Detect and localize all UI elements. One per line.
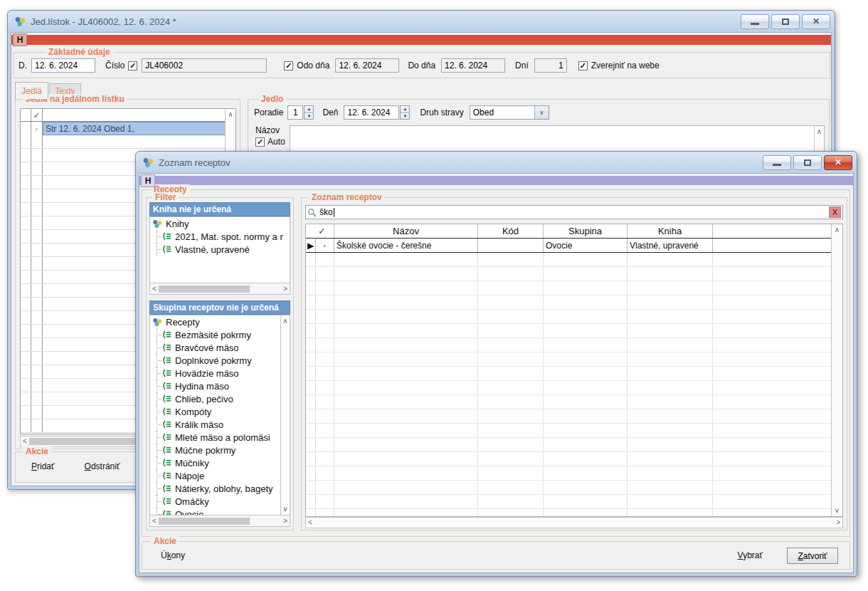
book-icon <box>162 407 173 416</box>
scroll-up-icon[interactable]: ∧ <box>832 226 842 234</box>
scroll-right-icon[interactable]: > <box>283 286 287 293</box>
odstranit-button[interactable]: Odstrániť <box>85 461 120 471</box>
tree-connector <box>153 243 162 256</box>
recipes-hscrollbar[interactable]: < > <box>305 517 843 528</box>
tree-item[interactable]: Múčniky <box>150 456 280 469</box>
cell-nazov <box>334 438 478 451</box>
recepty-tree-vscrollbar[interactable]: ∧ ∨ <box>280 315 290 515</box>
tree-item[interactable]: Nápoje <box>150 469 280 482</box>
tree-item-label: Chlieb, pečivo <box>175 394 233 404</box>
poradie-field[interactable]: 1 <box>287 105 303 120</box>
tree-item[interactable]: Bezmäsité pokrmy <box>150 328 280 341</box>
h-menu-button[interactable]: H <box>13 33 27 46</box>
column-header-kniha[interactable]: Kniha <box>628 224 713 238</box>
date-field[interactable]: 12. 6. 2024 <box>31 58 95 73</box>
recepty-tree-hscrollbar[interactable]: < > <box>150 515 290 526</box>
scroll-left-icon[interactable]: < <box>152 518 157 525</box>
knihy-hscrollbar[interactable]: < > <box>150 283 290 294</box>
zverejnit-checkbox[interactable]: ✓ <box>578 61 588 70</box>
tree-connector <box>153 341 162 354</box>
cell-kod <box>478 395 544 409</box>
minimize-button[interactable] <box>741 14 769 29</box>
book-icon <box>162 484 173 493</box>
check-column-header[interactable]: ✓ <box>316 224 334 238</box>
scroll-left-icon[interactable]: < <box>152 286 157 293</box>
tree-item[interactable]: Hydina mäso <box>150 380 280 392</box>
column-header-skupina[interactable]: Skupina <box>544 224 628 238</box>
table-row[interactable]: ▶◦Školské ovocie - čerešneOvocieVlastné,… <box>306 239 831 253</box>
scroll-down-icon[interactable]: ∨ <box>281 506 290 513</box>
vybrat-button[interactable]: Vybrať <box>738 550 763 560</box>
scroll-thumb[interactable] <box>159 286 250 293</box>
tree-item[interactable]: Mleté mäso a polomäsi <box>150 431 280 444</box>
poradie-spinner[interactable]: ▲▼ <box>304 105 314 120</box>
tree-item[interactable]: Doplnkové pokrmy <box>150 354 280 367</box>
search-input[interactable]: ško X <box>305 205 843 219</box>
druh-stravy-select[interactable]: Obed ∨ <box>470 105 549 120</box>
recipes-table-header: ✓ Názov Kód Skupina Kniha <box>306 224 831 239</box>
tree-item[interactable]: Hovädzie mäso <box>150 367 280 380</box>
druh-stravy-label: Druh stravy <box>420 108 463 117</box>
cell-skupina <box>544 296 628 309</box>
odo-dna-field[interactable]: 12. 6. 2024 <box>335 58 399 73</box>
tree-item[interactable]: Bravčové mäso <box>150 341 280 354</box>
column-header-nazov[interactable]: Názov <box>334 224 478 238</box>
scroll-up-icon[interactable]: ∧ <box>226 111 235 118</box>
cislo-field[interactable]: JL406002 <box>142 58 267 73</box>
dni-field[interactable]: 1 <box>534 58 567 73</box>
current-row-icon <box>306 352 316 366</box>
scroll-left-icon[interactable]: < <box>23 438 27 445</box>
tree-item[interactable]: Múčne pokrmy <box>150 444 280 456</box>
check-column-header[interactable]: ✓ <box>31 109 43 121</box>
den-field[interactable]: 12. 6. 2024 <box>344 105 399 120</box>
cell-kod <box>478 481 544 494</box>
scroll-up-icon[interactable]: ∧ <box>281 318 290 325</box>
cell-nazov <box>334 267 478 281</box>
pridat-button[interactable]: Pridať <box>31 461 55 471</box>
cell-skupina <box>544 424 628 437</box>
minimize-button[interactable] <box>763 155 791 170</box>
scroll-left-icon[interactable]: < <box>308 519 312 526</box>
row-bullet-icon <box>316 267 334 281</box>
tree-root-knihy[interactable]: Knihy <box>150 217 290 230</box>
tree-item[interactable]: Omáčky <box>150 495 280 508</box>
maximize-button[interactable] <box>793 155 822 170</box>
cell-kniha <box>628 310 713 323</box>
titlebar[interactable]: Jed.lístok - JL406002, 12. 6. 2024 * ✕ <box>8 11 835 32</box>
clear-search-button[interactable]: X <box>829 206 841 218</box>
scroll-thumb[interactable] <box>159 518 250 525</box>
ukony-button[interactable]: Úkony <box>161 550 185 560</box>
zatvorit-button[interactable]: Zatvoriť <box>787 548 838 564</box>
tree-item[interactable]: Kompóty <box>150 405 280 418</box>
app-icon <box>142 157 154 168</box>
den-spinner[interactable]: ▲▼ <box>400 105 410 120</box>
cell-kniha <box>628 395 713 409</box>
do-dna-field[interactable]: 12. 6. 2024 <box>441 58 505 73</box>
text-caret <box>334 208 334 217</box>
odo-dna-checkbox[interactable]: ✓ <box>284 61 293 70</box>
table-row-selected[interactable]: ◦ Str 12. 6. 2024 Obed 1, <box>21 122 235 135</box>
maximize-button[interactable] <box>771 14 800 29</box>
scroll-right-icon[interactable]: > <box>836 519 840 526</box>
tree-root-recepty[interactable]: Recepty <box>150 315 290 328</box>
tree-item[interactable]: Králik mäso <box>150 418 280 431</box>
tree-item[interactable]: Chlieb, pečivo <box>150 392 280 405</box>
titlebar[interactable]: Zoznam receptov ✕ <box>136 152 857 173</box>
scroll-up-icon[interactable]: ∧ <box>815 128 824 135</box>
tab-jedla[interactable]: Jedlá <box>15 82 48 99</box>
scroll-down-icon[interactable]: ∨ <box>832 507 842 514</box>
dropdown-arrow-icon[interactable]: ∨ <box>534 106 549 119</box>
close-button[interactable]: ✕ <box>824 155 852 170</box>
scroll-right-icon[interactable]: > <box>283 518 287 525</box>
h-menu-button[interactable]: H <box>141 174 155 187</box>
column-header-kod[interactable]: Kód <box>478 224 544 238</box>
cislo-checkbox[interactable]: ✓ <box>128 61 137 70</box>
tree-item[interactable]: Nátierky, oblohy, bagety <box>150 482 280 495</box>
recipes-vscrollbar[interactable]: ∧ ∨ <box>831 224 842 516</box>
cell-skupina <box>544 495 628 508</box>
auto-checkbox[interactable]: ✓ <box>255 137 265 147</box>
recipes-table: ✓ Názov Kód Skupina Kniha ▶◦Školské ovoc… <box>305 224 843 517</box>
tree-item[interactable]: 2021, Mat. spot. normy a r <box>150 230 290 243</box>
close-button[interactable]: ✕ <box>802 14 830 29</box>
tree-item[interactable]: Vlastné, upravené <box>150 243 290 256</box>
